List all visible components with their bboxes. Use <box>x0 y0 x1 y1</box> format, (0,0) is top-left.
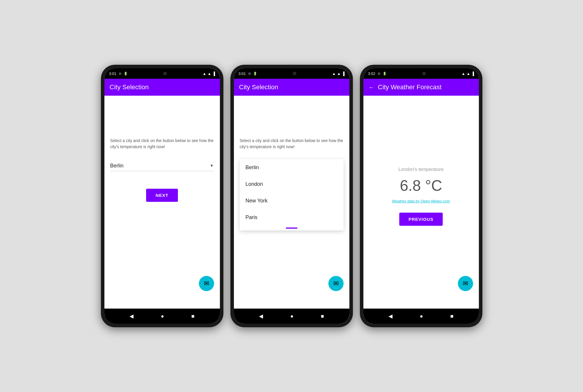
battery-icon-3b: ▐ <box>471 71 474 76</box>
screen-1: 3:01 ⊙ 🔋 ▲ ▲ ▐ City Selection Select a c… <box>104 68 220 324</box>
city-dropdown-1[interactable]: Berlin London New York Paris <box>110 159 214 171</box>
status-time-1: 3:01 <box>109 71 116 76</box>
signal-icon-1: ▲ <box>203 71 206 76</box>
status-bar-2: 3:01 ⊙ 🔋 ▲ ▲ ▐ <box>234 68 349 79</box>
status-bar-3: 3:02 ⊙ 🔋 ▲ ▲ ▐ <box>363 68 479 79</box>
nav-home-3[interactable]: ● <box>420 313 423 319</box>
weather-content-3: London's temperature 6.8 °C Weather data… <box>363 96 479 309</box>
city-label-3: London's temperature <box>398 167 444 172</box>
app-bar-1: City Selection <box>104 79 220 96</box>
app-bar-title-2: City Selection <box>239 83 279 91</box>
next-button-1[interactable]: NEXT <box>146 189 178 202</box>
description-text-2: Select a city and click on the button be… <box>240 138 344 150</box>
battery-icon-1b: ▐ <box>212 71 215 76</box>
nav-recent-1[interactable]: ■ <box>191 313 195 319</box>
battery-icon-3: 🔋 <box>383 72 387 76</box>
dropdown-option-berlin[interactable]: Berlin <box>240 159 344 176</box>
nav-back-2[interactable]: ◀ <box>259 313 263 319</box>
phone-1: 3:01 ⊙ 🔋 ▲ ▲ ▐ City Selection Select a c… <box>101 65 223 327</box>
fab-2[interactable]: ✉ <box>328 276 344 291</box>
battery-icon-2b: ▐ <box>342 71 344 76</box>
nav-home-1[interactable]: ● <box>161 313 164 319</box>
signal-icon-2: ▲ <box>332 71 336 76</box>
description-text-1: Select a city and click on the button be… <box>110 138 214 150</box>
scroll-indicator-2 <box>286 228 297 229</box>
wifi-icon-2b: ▲ <box>337 71 341 76</box>
wifi-icon-1b: ▲ <box>207 71 211 76</box>
screen-2: 3:01 ⊙ 🔋 ▲ ▲ ▐ City Selection Select a c… <box>234 68 349 324</box>
screen-content-1: Select a city and click on the button be… <box>104 96 220 309</box>
nav-bar-2: ◀ ● ■ <box>234 309 349 324</box>
wifi-icon-3: ⊙ <box>378 72 380 76</box>
nav-bar-1: ◀ ● ■ <box>104 309 220 324</box>
nav-back-3[interactable]: ◀ <box>388 313 393 319</box>
dropdown-option-london[interactable]: London <box>240 176 344 192</box>
dropdown-open-2: Berlin ▾ Berlin London New York Paris <box>240 159 344 168</box>
dropdown-wrapper-1: Berlin London New York Paris ▾ <box>110 159 214 171</box>
screen-3: 3:02 ⊙ 🔋 ▲ ▲ ▐ ← City Weather Forecast L… <box>363 68 479 324</box>
nav-back-1[interactable]: ◀ <box>129 313 134 319</box>
dropdown-option-newyork[interactable]: New York <box>240 192 344 209</box>
wifi-icon-3b: ▲ <box>466 71 470 76</box>
camera-dot-3 <box>422 72 426 75</box>
phone-3: 3:02 ⊙ 🔋 ▲ ▲ ▐ ← City Weather Forecast L… <box>360 65 482 327</box>
signal-icon-3: ▲ <box>462 71 465 76</box>
dropdown-list-2: Berlin London New York Paris <box>240 159 344 230</box>
fab-1[interactable]: ✉ <box>199 276 214 291</box>
status-time-3: 3:02 <box>368 71 375 76</box>
fab-mail-icon-2: ✉ <box>333 280 339 287</box>
nav-home-2[interactable]: ● <box>290 313 294 319</box>
temperature-3: 6.8 °C <box>400 177 442 194</box>
back-button-3[interactable]: ← <box>369 84 374 91</box>
app-bar-title-1: City Selection <box>110 83 149 91</box>
wifi-icon-2: ⊙ <box>248 72 251 76</box>
nav-bar-3: ◀ ● ■ <box>363 309 479 324</box>
screen-content-2: Select a city and click on the button be… <box>234 96 349 309</box>
fab-mail-icon-3: ✉ <box>463 280 468 287</box>
battery-icon-2: 🔋 <box>253 72 257 76</box>
fab-mail-icon-1: ✉ <box>204 280 209 287</box>
status-bar-1: 3:01 ⊙ 🔋 ▲ ▲ ▐ <box>104 68 220 79</box>
camera-dot-2 <box>293 72 296 75</box>
previous-button-3[interactable]: PREVIOUS <box>399 213 443 226</box>
fab-3[interactable]: ✉ <box>458 276 473 291</box>
nav-recent-2[interactable]: ■ <box>321 313 324 319</box>
app-bar-3: ← City Weather Forecast <box>363 79 479 96</box>
wifi-icon-1: ⊙ <box>119 72 121 76</box>
camera-dot-1 <box>163 72 167 75</box>
app-bar-2: City Selection <box>234 79 349 96</box>
app-bar-title-3: City Weather Forecast <box>378 83 442 91</box>
nav-recent-3[interactable]: ■ <box>450 313 454 319</box>
battery-icon-1: 🔋 <box>124 72 128 76</box>
phone-2: 3:01 ⊙ 🔋 ▲ ▲ ▐ City Selection Select a c… <box>230 65 353 327</box>
weather-link-3[interactable]: Weather data by Open-Meteo.com <box>392 199 450 203</box>
dropdown-option-paris[interactable]: Paris <box>240 209 344 226</box>
status-time-2: 3:01 <box>239 71 246 76</box>
